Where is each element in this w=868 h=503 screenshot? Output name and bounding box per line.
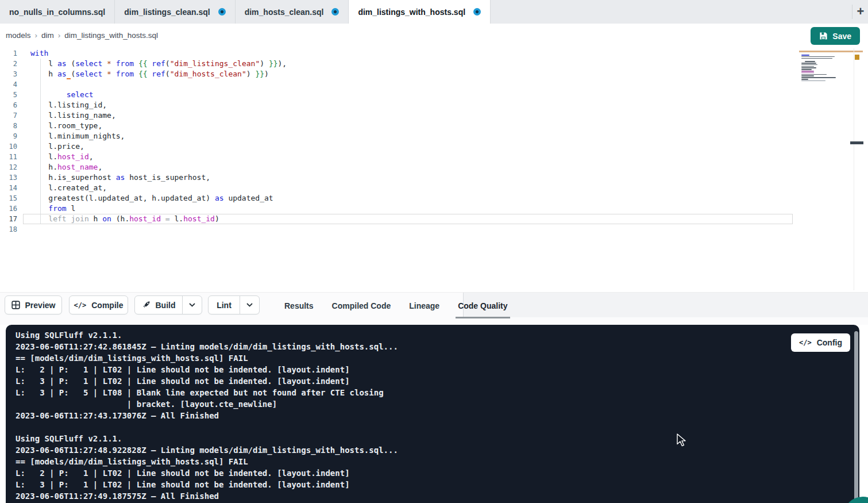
code-line-3[interactable]: 3 h as (select * from {{ ref("dim_hosts_…: [0, 69, 793, 79]
line-number: 12: [0, 162, 23, 172]
code-line-6[interactable]: 6 l.listing_id,: [0, 100, 793, 110]
lint-dropdown-button[interactable]: [240, 296, 259, 314]
code-line-8[interactable]: 8 l.room_type,: [0, 121, 793, 131]
line-number: 11: [0, 152, 23, 162]
lint-button[interactable]: Lint: [209, 296, 240, 314]
panel-tab-lineage[interactable]: Lineage: [409, 293, 439, 318]
line-number: 15: [0, 193, 23, 203]
minimap[interactable]: [799, 49, 852, 85]
terminal-scrollbar[interactable]: [854, 331, 858, 503]
unsaved-changes-dot[interactable]: [473, 8, 481, 16]
build-button[interactable]: Build: [135, 296, 183, 314]
save-button-label: Save: [832, 32, 851, 41]
line-number: 6: [0, 100, 23, 110]
panel-tab-code-quality[interactable]: Code Quality: [458, 293, 507, 318]
rocket-icon: [142, 301, 151, 309]
terminal-panel[interactable]: Using SQLFluff v2.1.1. 2023-06-06T11:27:…: [6, 325, 859, 503]
unsaved-changes-dot[interactable]: [331, 8, 339, 16]
code-line-16[interactable]: 16 from l: [0, 203, 793, 214]
tabbar-divider: [852, 5, 852, 19]
ruler-position-mark[interactable]: [850, 141, 863, 144]
line-content: l as (select * from {{ ref("dim_listings…: [23, 59, 793, 69]
code-line-14[interactable]: 14 l.created_at,: [0, 183, 793, 193]
line-content: l.price,: [23, 141, 793, 152]
code-line-1[interactable]: 1with: [0, 48, 793, 59]
line-number: 3: [0, 69, 23, 79]
code-line-2[interactable]: 2 l as (select * from {{ ref("dim_listin…: [0, 59, 793, 69]
code-line-13[interactable]: 13 h.is_superhost as host_is_superhost,: [0, 172, 793, 183]
code-line-18[interactable]: 18: [0, 224, 793, 235]
line-number: 8: [0, 121, 23, 131]
config-button[interactable]: </> Config: [791, 333, 850, 352]
unsaved-changes-dot[interactable]: [218, 8, 226, 16]
code-lines: 1with2 l as (select * from {{ ref("dim_l…: [0, 48, 793, 235]
line-content: l.room_type,: [23, 121, 793, 131]
panel-tabs: ResultsCompiled CodeLineageCode Quality: [284, 293, 508, 318]
line-content: h as (select * from {{ ref("dim_hosts_cl…: [23, 69, 793, 79]
overview-ruler: [854, 48, 854, 290]
line-content: l.listing_id,: [23, 100, 793, 110]
compile-button[interactable]: </> Compile: [69, 295, 128, 314]
panel-tab-compiled-code[interactable]: Compiled Code: [332, 293, 391, 318]
file-tab-label: dim_listings_clean.sql: [124, 7, 210, 17]
panel-tab-results[interactable]: Results: [284, 293, 314, 318]
file-tab-dim_listings_clean.sql[interactable]: dim_listings_clean.sql: [115, 0, 235, 24]
line-number: 7: [0, 110, 23, 121]
line-number: 14: [0, 183, 23, 193]
line-number: 9: [0, 131, 23, 141]
chevron-down-icon: [246, 303, 253, 307]
line-content: with: [23, 48, 793, 59]
line-number: 13: [0, 172, 23, 183]
line-content: [23, 79, 793, 90]
code-line-5[interactable]: 5 select: [0, 90, 793, 100]
code-line-15[interactable]: 15 greatest(l.updated_at, h.updated_at) …: [0, 193, 793, 203]
file-tab-label: dim_listings_with_hosts.sql: [358, 7, 465, 17]
code-editor[interactable]: 1with2 l as (select * from {{ ref("dim_l…: [0, 48, 868, 292]
line-number: 4: [0, 79, 23, 90]
code-line-10[interactable]: 10 l.price,: [0, 141, 793, 152]
file-tab-no_nulls_in_columns.sql[interactable]: no_nulls_in_columns.sql: [0, 0, 115, 24]
preview-button[interactable]: Preview: [5, 295, 62, 314]
code-line-12[interactable]: 12 h.host_name,: [0, 162, 793, 172]
line-content: l.created_at,: [23, 183, 793, 193]
editor-toolbar: Preview </> Compile Build: [0, 292, 868, 325]
line-number: 10: [0, 141, 23, 152]
code-line-11[interactable]: 11 l.host_id,: [0, 152, 793, 162]
new-tab-button[interactable]: +: [854, 3, 867, 20]
code-line-4[interactable]: 4: [0, 79, 793, 90]
breadcrumb-bar: models›dim›dim_listings_with_hosts.sql S…: [0, 24, 868, 48]
breadcrumb: models›dim›dim_listings_with_hosts.sql: [6, 31, 158, 40]
code-line-9[interactable]: 9 l.minimum_nights,: [0, 131, 793, 141]
breadcrumb-separator: ›: [35, 31, 38, 40]
file-tabs: no_nulls_in_columns.sqldim_listings_clea…: [0, 0, 868, 24]
build-button-group: Build: [134, 295, 202, 314]
breadcrumb-item[interactable]: dim: [41, 31, 54, 40]
file-tab-bar: no_nulls_in_columns.sqldim_listings_clea…: [0, 0, 868, 24]
panel-tabs-background: [463, 293, 868, 317]
breadcrumb-item[interactable]: dim_listings_with_hosts.sql: [64, 31, 158, 40]
ruler-warning-mark: [855, 55, 859, 60]
code-line-7[interactable]: 7 l.listing_name,: [0, 110, 793, 121]
line-content: left join h on (h.host_id = l.host_id): [23, 214, 793, 224]
line-number: 1: [0, 48, 23, 59]
line-content: [23, 224, 793, 235]
config-button-label: Config: [817, 338, 842, 347]
line-content: greatest(l.updated_at, h.updated_at) as …: [23, 193, 793, 203]
line-number: 16: [0, 203, 23, 214]
compile-button-label: Compile: [91, 301, 123, 310]
line-content: h.host_name,: [23, 162, 793, 172]
line-content: l.listing_name,: [23, 110, 793, 121]
build-dropdown-button[interactable]: [183, 296, 202, 314]
file-tab-dim_listings_with_hosts.sql[interactable]: dim_listings_with_hosts.sql: [349, 0, 491, 24]
line-number: 18: [0, 224, 23, 235]
save-button[interactable]: Save: [811, 27, 860, 45]
file-tab-dim_hosts_clean.sql[interactable]: dim_hosts_clean.sql: [236, 0, 349, 24]
line-content: l.minimum_nights,: [23, 131, 793, 141]
code-line-17[interactable]: 17 left join h on (h.host_id = l.host_id…: [0, 214, 793, 224]
dbt-ide-window: no_nulls_in_columns.sqldim_listings_clea…: [0, 0, 868, 503]
breadcrumb-item[interactable]: models: [6, 31, 31, 40]
line-number: 2: [0, 59, 23, 69]
line-content: h.is_superhost as host_is_superhost,: [23, 172, 793, 183]
terminal-output: Using SQLFluff v2.1.1. 2023-06-06T11:27:…: [16, 329, 398, 502]
lint-button-group: Lint: [208, 295, 260, 314]
